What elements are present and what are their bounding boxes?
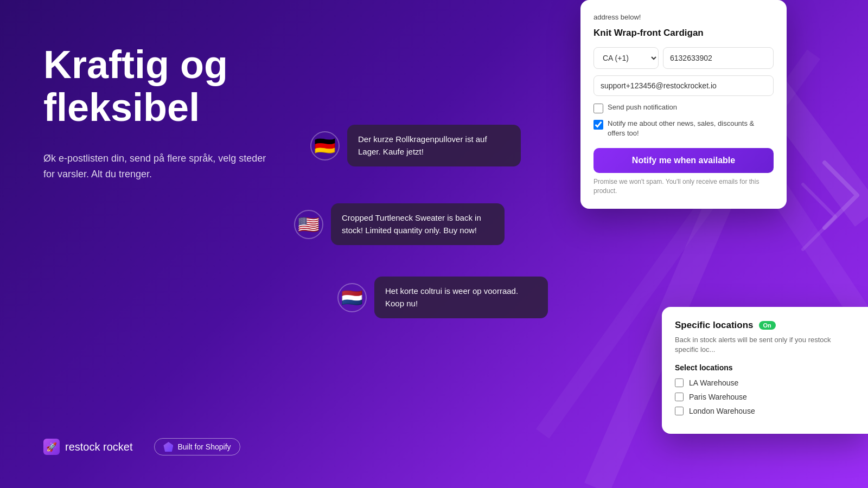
location-checkbox-london[interactable] — [675, 407, 684, 415]
location-checkbox-paris[interactable] — [675, 393, 684, 401]
bubble-text-nl: Het korte coltrui is weer op voorraad. K… — [374, 277, 548, 318]
hero-subtitle: Øk e‑postlisten din, send på flere språk… — [43, 151, 271, 182]
select-locations-label: Select locations — [675, 363, 855, 372]
location-item-paris: Paris Warehouse — [675, 393, 855, 401]
news-checkbox-row: Notify me about other news, sales, disco… — [593, 119, 774, 138]
shopify-label: Built for Shopify — [177, 442, 231, 451]
bubble-nl: 🇳🇱 Het korte coltrui is weer op voorraad… — [337, 277, 548, 318]
shopify-badge: Built for Shopify — [154, 438, 240, 455]
location-checkbox-la[interactable] — [675, 378, 684, 387]
bubble-text-de: Der kurze Rollkragenpullover ist auf Lag… — [347, 125, 521, 166]
location-name-london: London Warehouse — [689, 407, 755, 415]
news-checkbox[interactable] — [593, 120, 603, 130]
push-notification-label: Send push notification — [608, 102, 677, 112]
locations-header: Specific locations On — [675, 320, 855, 331]
news-label: Notify me about other news, sales, disco… — [608, 119, 774, 138]
brand-name: restock rocket — [65, 441, 132, 453]
notification-form-card: address below! Knit Wrap-front Cardigan … — [580, 0, 787, 209]
on-badge: On — [759, 321, 776, 330]
brand-logo: 🚀 restock rocket — [43, 439, 132, 455]
phone-row: CA (+1) US (+1) DE (+49) — [593, 47, 774, 69]
phone-input[interactable] — [663, 47, 774, 69]
location-item-la: LA Warehouse — [675, 378, 855, 387]
location-name-la: LA Warehouse — [689, 378, 738, 387]
locations-title: Specific locations — [675, 320, 754, 331]
email-input[interactable] — [593, 75, 774, 96]
hero-title: Kraftig og fleksibel — [43, 43, 315, 129]
locations-card: Specific locations On Back in stock aler… — [662, 307, 868, 434]
notify-button[interactable]: Notify me when available — [593, 148, 774, 173]
push-notification-checkbox[interactable] — [593, 104, 603, 113]
bubble-us: 🇺🇸 Cropped Turtleneck Sweater is back in… — [294, 203, 505, 245]
flag-us: 🇺🇸 — [294, 210, 323, 239]
form-top-text: address below! — [593, 13, 774, 21]
flag-de: 🇩🇪 — [310, 131, 340, 160]
hero-section: Kraftig og fleksibel Øk e‑postlisten din… — [43, 43, 315, 215]
logo-area: 🚀 restock rocket Built for Shopify — [43, 438, 240, 455]
spam-disclaimer: Promise we won't spam. You'll only recei… — [593, 177, 774, 196]
flag-nl: 🇳🇱 — [337, 283, 367, 312]
location-name-paris: Paris Warehouse — [689, 393, 747, 401]
push-notification-row: Send push notification — [593, 102, 774, 113]
bubble-de: 🇩🇪 Der kurze Rollkragenpullover ist auf … — [310, 125, 521, 166]
locations-description: Back in stock alerts will be sent only i… — [675, 335, 855, 355]
gem-icon — [163, 442, 173, 452]
rocket-icon: 🚀 — [43, 439, 60, 455]
bubble-text-us: Cropped Turtleneck Sweater is back in st… — [331, 203, 505, 245]
location-item-london: London Warehouse — [675, 407, 855, 415]
form-product-title: Knit Wrap-front Cardigan — [593, 28, 774, 38]
country-code-select[interactable]: CA (+1) US (+1) DE (+49) — [593, 47, 659, 69]
